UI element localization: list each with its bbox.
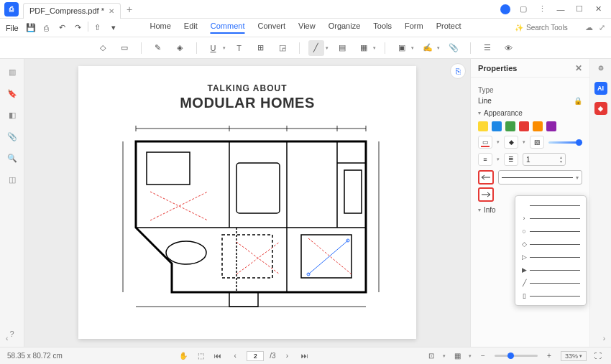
maximize-icon[interactable]: ☐: [574, 4, 585, 15]
wand-icon[interactable]: ✨: [515, 24, 523, 32]
thumbnails-icon[interactable]: ▥: [6, 66, 18, 78]
area-highlight-tool-icon[interactable]: ▭: [116, 40, 132, 56]
close-tab-icon[interactable]: ✕: [109, 7, 114, 15]
opacity-button[interactable]: ▨: [530, 136, 544, 149]
attachments-icon[interactable]: 📎: [6, 131, 18, 142]
line-end-option-triangle[interactable]: ▷: [518, 251, 583, 263]
menu-organize[interactable]: Organize: [329, 22, 361, 34]
pencil-tool-icon[interactable]: ✎: [150, 40, 166, 56]
text-tool-icon[interactable]: T: [231, 40, 247, 56]
close-window-icon[interactable]: ✕: [592, 4, 604, 15]
line-end-option-slash[interactable]: ╱: [518, 276, 583, 289]
swatch-yellow[interactable]: [478, 121, 488, 131]
file-menu[interactable]: File: [6, 24, 19, 32]
swatch-purple[interactable]: [546, 121, 556, 131]
scroll-right-icon[interactable]: ›: [603, 335, 605, 342]
fill-color-button[interactable]: ◆: [504, 136, 518, 149]
close-panel-icon[interactable]: ✕: [575, 63, 582, 73]
line-end-option-open-arrow[interactable]: ›: [518, 212, 583, 225]
last-page-icon[interactable]: ⏭: [299, 350, 311, 362]
expand-icon[interactable]: ⤢: [599, 23, 605, 32]
dropdown-icon[interactable]: ▾: [107, 22, 120, 34]
cloud-icon[interactable]: ☁: [585, 23, 593, 32]
save-icon[interactable]: 💾: [24, 22, 37, 34]
panel-settings-icon[interactable]: ⚙: [594, 62, 607, 75]
menu-form[interactable]: Form: [405, 22, 423, 34]
document-tab[interactable]: PDF_Compress.pdf * ✕: [23, 3, 121, 19]
page-layout-icon[interactable]: ▦: [451, 350, 463, 362]
next-page-icon[interactable]: ›: [282, 350, 293, 362]
thickness-button[interactable]: ≣: [504, 153, 518, 166]
menu-tools[interactable]: Tools: [373, 22, 392, 34]
panel-app-icon[interactable]: ◆: [594, 102, 607, 115]
line-end-option-circle[interactable]: ○: [518, 225, 583, 238]
line-start-style-select[interactable]: ▾: [498, 170, 582, 185]
hide-comments-icon[interactable]: 👁: [501, 40, 517, 56]
note-tool-icon[interactable]: ▤: [334, 40, 350, 56]
stamp-tool-icon[interactable]: ▣: [394, 40, 410, 56]
minimize-icon[interactable]: —: [555, 4, 566, 15]
document-canvas[interactable]: ⎘ TALKING ABOUT MODULAR HOMES: [24, 59, 470, 347]
swatch-orange[interactable]: [533, 121, 543, 131]
search-icon[interactable]: 🔍: [6, 152, 18, 164]
line-start-style-button[interactable]: [478, 170, 494, 185]
user-badge-icon[interactable]: [500, 4, 510, 14]
signature-tool-icon[interactable]: ✍: [420, 40, 436, 56]
line-end-option-butt[interactable]: ▯: [518, 289, 583, 302]
zoom-out-icon[interactable]: −: [477, 350, 489, 362]
swatch-blue[interactable]: [492, 121, 502, 131]
print-icon[interactable]: ⎙: [40, 22, 53, 34]
menu-convert[interactable]: Convert: [257, 22, 285, 34]
bookmarks-icon[interactable]: 🔖: [6, 88, 18, 99]
first-page-icon[interactable]: ⏮: [212, 350, 224, 362]
floorplan-drawing: [93, 120, 402, 321]
zoom-slider[interactable]: [495, 355, 538, 357]
textbox-tool-icon[interactable]: ⊞: [253, 40, 269, 56]
floating-action-icon[interactable]: ⎘: [450, 63, 466, 79]
layers-icon[interactable]: ◧: [6, 109, 18, 121]
zoom-in-icon[interactable]: +: [543, 350, 555, 362]
line-end-option-closed-arrow[interactable]: ▶: [518, 263, 583, 276]
menu-edit[interactable]: Edit: [184, 22, 198, 34]
undo-icon[interactable]: ↶: [56, 22, 69, 34]
upload-icon[interactable]: ⇧: [91, 22, 104, 34]
prev-page-icon[interactable]: ‹: [229, 350, 241, 362]
panel-ai-icon[interactable]: AI: [594, 82, 607, 95]
more-icon[interactable]: ⋮: [536, 4, 548, 15]
line-style-button[interactable]: ≡: [478, 153, 492, 166]
menu-comment[interactable]: Comment: [211, 22, 245, 34]
fields-icon[interactable]: ◫: [6, 174, 18, 185]
swatch-red[interactable]: [519, 121, 529, 131]
attach-tool-icon[interactable]: 📎: [446, 40, 461, 56]
line-tool-icon[interactable]: ╱: [308, 40, 324, 56]
highlight-tool-icon[interactable]: ◇: [95, 40, 111, 56]
zoom-value[interactable]: 33%▾: [561, 351, 587, 361]
page-number-input[interactable]: [247, 351, 264, 361]
add-tab-button[interactable]: +: [127, 4, 132, 15]
stroke-color-button[interactable]: ▭: [478, 136, 492, 149]
line-end-option-diamond[interactable]: ◇: [518, 238, 583, 251]
opacity-slider[interactable]: [548, 141, 582, 144]
line-end-option-none[interactable]: [518, 199, 583, 212]
appearance-section[interactable]: Appearance: [478, 109, 582, 117]
swatch-green[interactable]: [505, 121, 515, 131]
fit-width-icon[interactable]: ⊡: [426, 350, 437, 362]
fullscreen-icon[interactable]: ⛶: [592, 350, 604, 362]
underline-tool-icon[interactable]: U: [206, 40, 221, 56]
menu-view[interactable]: View: [298, 22, 316, 34]
thickness-input[interactable]: 1▴▾: [523, 153, 566, 166]
lock-icon[interactable]: 🔒: [574, 97, 582, 105]
hand-tool-icon[interactable]: ✋: [178, 350, 189, 362]
shape-tool-icon[interactable]: ▦: [356, 40, 372, 56]
window-restore-icon[interactable]: ▢: [518, 4, 529, 15]
callout-tool-icon[interactable]: ◲: [275, 40, 290, 56]
comments-panel-icon[interactable]: ☰: [479, 40, 495, 56]
search-tools-input[interactable]: [526, 24, 576, 32]
scroll-left-icon[interactable]: ‹: [6, 335, 8, 342]
menu-protect[interactable]: Protect: [436, 22, 461, 34]
select-tool-icon[interactable]: ⬚: [195, 350, 206, 362]
menu-home[interactable]: Home: [150, 22, 170, 34]
eraser-tool-icon[interactable]: ◈: [172, 40, 188, 56]
line-end-style-button[interactable]: [478, 187, 494, 202]
redo-icon[interactable]: ↷: [72, 22, 85, 34]
